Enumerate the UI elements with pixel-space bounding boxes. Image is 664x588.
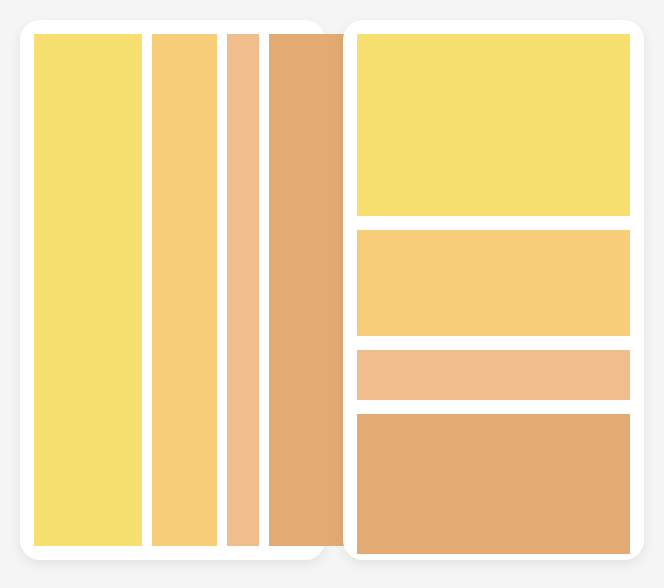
palette-card-row [20, 20, 325, 560]
color-swatch [357, 230, 630, 336]
palette-card-column [343, 20, 644, 560]
color-swatch [357, 414, 630, 554]
color-swatch [34, 34, 142, 546]
color-swatch [357, 350, 630, 400]
color-swatch [152, 34, 217, 546]
color-swatch [357, 34, 630, 216]
swatch-container-row [34, 34, 311, 546]
color-swatch [269, 34, 354, 546]
swatch-container-column [357, 34, 630, 546]
color-swatch [227, 34, 259, 546]
